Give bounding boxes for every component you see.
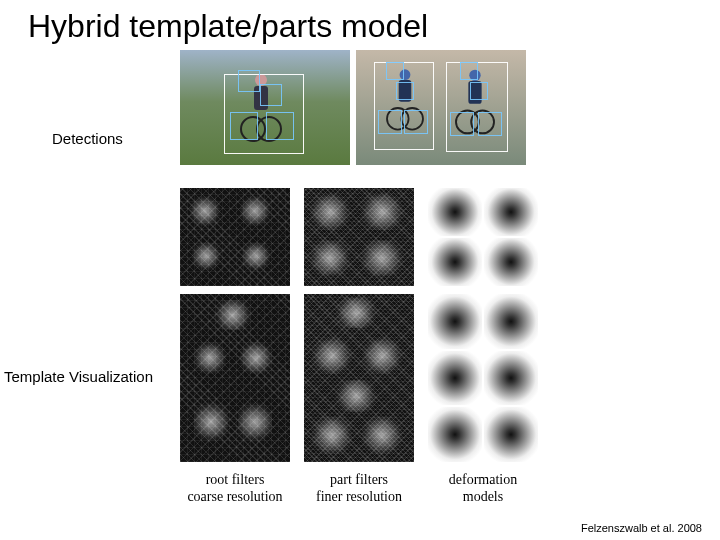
part-filter-b	[304, 294, 414, 462]
detections-label: Detections	[52, 130, 123, 147]
part-filter-a	[304, 188, 414, 286]
caption-deform: deformation models	[428, 470, 538, 506]
detection-photo-1	[180, 50, 350, 165]
caption-root-line1: root filters	[180, 472, 290, 489]
slide-title: Hybrid template/parts model	[0, 0, 720, 45]
deformation-model-b	[428, 294, 538, 462]
detections-row	[180, 50, 526, 165]
caption-root: root filters coarse resolution	[180, 470, 290, 506]
caption-part: part filters finer resolution	[304, 470, 414, 506]
detection-photo-2	[356, 50, 526, 165]
template-visualization-label: Template Visualization	[4, 368, 153, 385]
root-filter-a	[180, 188, 290, 286]
template-grid: root filters coarse resolution part filt…	[180, 188, 540, 506]
citation: Felzenszwalb et al. 2008	[581, 522, 702, 534]
root-filter-b	[180, 294, 290, 462]
caption-part-line2: finer resolution	[304, 489, 414, 506]
caption-deform-line1: deformation	[428, 472, 538, 489]
caption-deform-line2: models	[428, 489, 538, 506]
caption-part-line1: part filters	[304, 472, 414, 489]
caption-root-line2: coarse resolution	[180, 489, 290, 506]
deformation-model-a	[428, 188, 538, 286]
